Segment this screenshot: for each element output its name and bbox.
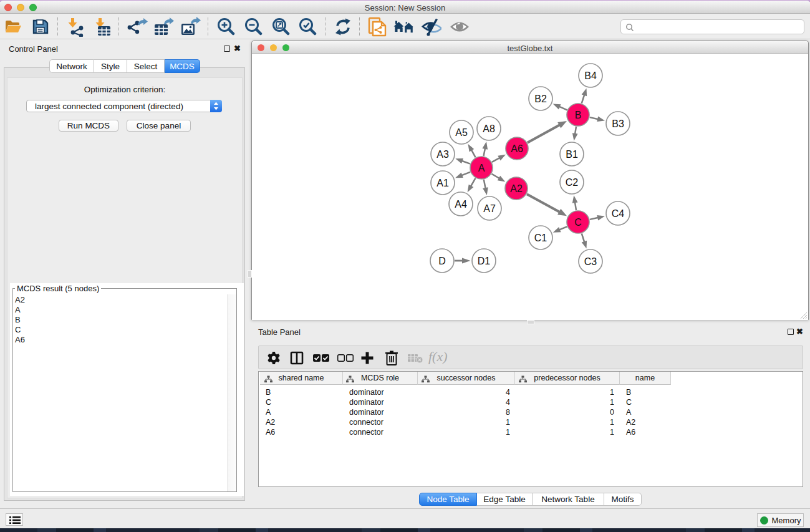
svg-text:B3: B3: [612, 118, 624, 129]
svg-text:C2: C2: [566, 177, 579, 188]
svg-text:B2: B2: [534, 94, 547, 104]
svg-text:A: A: [478, 163, 485, 173]
svg-text:C3: C3: [584, 256, 597, 267]
svg-text:C1: C1: [534, 233, 547, 243]
svg-text:A2: A2: [510, 183, 523, 194]
svg-text:A3: A3: [436, 149, 449, 160]
svg-text:A8: A8: [483, 123, 495, 134]
svg-text:A4: A4: [455, 199, 467, 210]
svg-text:A7: A7: [483, 203, 496, 214]
svg-text:B1: B1: [566, 149, 578, 160]
svg-text:C: C: [574, 217, 582, 228]
svg-text:C4: C4: [612, 208, 625, 219]
svg-text:B4: B4: [584, 70, 597, 81]
svg-text:D1: D1: [478, 256, 491, 266]
svg-text:A6: A6: [511, 143, 523, 154]
svg-text:A5: A5: [455, 127, 468, 138]
svg-text:A1: A1: [436, 178, 449, 188]
svg-text:D: D: [438, 256, 446, 266]
svg-text:B: B: [575, 110, 582, 120]
